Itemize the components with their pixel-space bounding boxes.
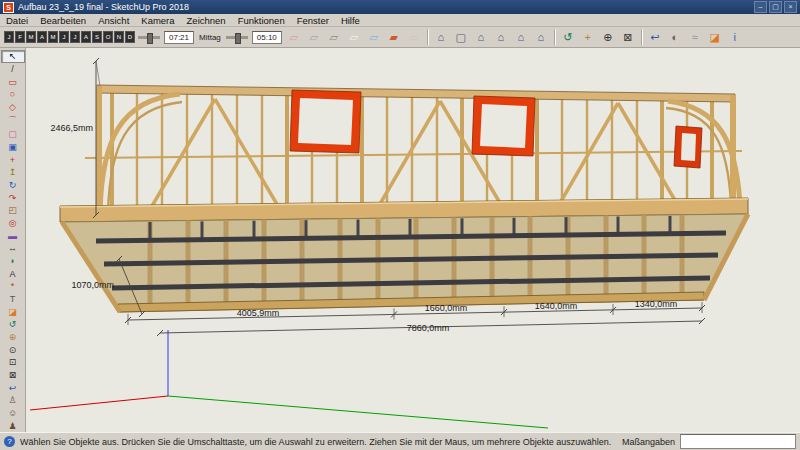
- dim-height-label: 2466,5mm: [50, 123, 93, 133]
- wireframe-icon[interactable]: ▱: [324, 28, 344, 47]
- textured-icon[interactable]: ▰: [384, 28, 404, 47]
- pan-tool-icon[interactable]: ⊕: [1, 331, 25, 344]
- eraser-tool-icon[interactable]: ▢: [1, 128, 25, 141]
- scene-tab-12[interactable]: D: [125, 31, 135, 43]
- right-view-icon[interactable]: ⌂: [491, 28, 511, 47]
- window-title: Aufbau 23_3_19 final - SketchUp Pro 2018: [18, 2, 189, 12]
- maximize-icon[interactable]: ▢: [769, 1, 782, 13]
- shadow-date-slider[interactable]: [226, 36, 248, 39]
- follow-me-tool-icon[interactable]: ↷: [1, 191, 25, 204]
- dimension-tool-icon[interactable]: ↔: [1, 242, 25, 255]
- previous-view-icon[interactable]: ↩: [645, 28, 665, 47]
- skylight-frames[interactable]: [290, 90, 702, 168]
- zoom-icon[interactable]: ⊕: [598, 28, 618, 47]
- scene-tab-4[interactable]: A: [37, 31, 47, 43]
- push-pull-tool-icon[interactable]: ↥: [1, 166, 25, 179]
- scene-tab-8[interactable]: A: [81, 31, 91, 43]
- scene-tab-5[interactable]: M: [48, 31, 58, 43]
- axes-tool-icon[interactable]: *: [1, 280, 25, 293]
- look-around-tool-icon[interactable]: ☺: [1, 407, 25, 420]
- rectangle-tool-icon[interactable]: ▭: [1, 75, 25, 88]
- shadow-time-field[interactable]: 07:21: [164, 31, 194, 44]
- scene-tabs: JFMAMJJASOND: [4, 31, 136, 43]
- zoom-tool-icon[interactable]: ⊙: [1, 343, 25, 356]
- section-plane-tool-icon[interactable]: ◪: [1, 305, 25, 318]
- help-icon[interactable]: ?: [4, 436, 15, 447]
- zoom-extents-icon[interactable]: ⊠: [618, 28, 638, 47]
- menu-funktionen[interactable]: Funktionen: [232, 14, 291, 27]
- fog-icon[interactable]: ≈: [685, 28, 705, 47]
- back-edges-icon[interactable]: ▱: [304, 28, 324, 47]
- back-view-icon[interactable]: ⌂: [511, 28, 531, 47]
- select-tool-icon[interactable]: ↖: [1, 50, 25, 63]
- menu-datei[interactable]: Datei: [0, 14, 34, 27]
- monochrome-icon[interactable]: ▱: [404, 28, 424, 47]
- timber-frame-model[interactable]: [60, 85, 748, 312]
- shadow-date-field[interactable]: 05:10: [252, 31, 282, 44]
- model-info-icon[interactable]: i: [725, 28, 745, 47]
- zoom-window-tool-icon[interactable]: ⊡: [1, 356, 25, 369]
- orbit-tool-icon[interactable]: ↺: [1, 318, 25, 331]
- 3d-text-tool-icon[interactable]: T: [1, 293, 25, 306]
- menu-ansicht[interactable]: Ansicht: [92, 14, 135, 27]
- zoom-extents-tool-icon[interactable]: ⊠: [1, 369, 25, 382]
- model-viewport[interactable]: 2466,5mm 1070,0mm 4005,9mm 1660,0mm 7860…: [26, 48, 800, 432]
- status-bar: ? Wählen Sie Objekte aus. Drücken Sie di…: [0, 432, 800, 450]
- menu-bearbeiten[interactable]: Bearbeiten: [34, 14, 92, 27]
- text-tool-icon[interactable]: A: [1, 267, 25, 280]
- menu-hilfe[interactable]: Hilfe: [335, 14, 366, 27]
- circle-tool-icon[interactable]: ○: [1, 88, 25, 101]
- dim-seg3-label: 1640,0mm: [535, 301, 578, 311]
- scene-tab-9[interactable]: S: [92, 31, 102, 43]
- shadow-time-slider[interactable]: [138, 36, 160, 39]
- scene-tab-3[interactable]: M: [26, 31, 36, 43]
- position-camera-tool-icon[interactable]: ♙: [1, 394, 25, 407]
- left-view-icon[interactable]: ⌂: [531, 28, 551, 47]
- iso-view-icon[interactable]: ⌂: [431, 28, 451, 47]
- scale-tool-icon[interactable]: ◰: [1, 204, 25, 217]
- menu-kamera[interactable]: Kamera: [135, 14, 180, 27]
- scene-tab-1[interactable]: J: [4, 31, 14, 43]
- tape-measure-tool-icon[interactable]: ▬: [1, 229, 25, 242]
- close-icon[interactable]: ×: [784, 1, 797, 13]
- dim-total-label: 7860,0mm: [407, 323, 450, 333]
- minimize-icon[interactable]: –: [754, 1, 767, 13]
- xray-mode-icon[interactable]: ▱: [284, 28, 304, 47]
- offset-tool-icon[interactable]: ◎: [1, 217, 25, 230]
- top-view-icon[interactable]: ▢: [451, 28, 471, 47]
- drawing-axes: [30, 330, 548, 428]
- shadows-icon[interactable]: ◐: [665, 28, 685, 47]
- section-plane-icon[interactable]: ◪: [705, 28, 725, 47]
- arc-tool-icon[interactable]: ⌒: [1, 113, 25, 128]
- shadow-noon-label: Mittag: [199, 33, 221, 42]
- scene-tab-7[interactable]: J: [70, 31, 80, 43]
- move-tool-icon[interactable]: +: [1, 153, 25, 166]
- measurements-input[interactable]: [680, 434, 796, 449]
- menu-zeichnen[interactable]: Zeichnen: [181, 14, 232, 27]
- paint-bucket-tool-icon[interactable]: ▣: [1, 141, 25, 154]
- model-canvas[interactable]: 2466,5mm 1070,0mm 4005,9mm 1660,0mm 7860…: [26, 48, 800, 432]
- polygon-tool-icon[interactable]: ◇: [1, 101, 25, 114]
- scene-tab-10[interactable]: O: [103, 31, 113, 43]
- main-toolbar: JFMAMJJASOND 07:21 Mittag 05:10 ▱▱▱▱▱▰▱⌂…: [0, 27, 800, 48]
- scene-tab-2[interactable]: F: [15, 31, 25, 43]
- scene-tab-11[interactable]: N: [114, 31, 124, 43]
- tool-palette: ↖/▭○◇⌒▢▣+↥↻↷◰◎▬↔◗A*T◪↺⊕⊙⊡⊠↩♙☺♟: [0, 48, 26, 432]
- dim-offset-label: 1070,0mm: [71, 280, 114, 290]
- measurements-label: Maßangaben: [622, 437, 675, 447]
- protractor-tool-icon[interactable]: ◗: [1, 255, 25, 268]
- dim-seg2-label: 1660,0mm: [425, 303, 468, 313]
- menu-fenster[interactable]: Fenster: [291, 14, 335, 27]
- scene-tab-6[interactable]: J: [59, 31, 69, 43]
- shaded-icon[interactable]: ▱: [364, 28, 384, 47]
- dim-seg1-label: 4005,9mm: [237, 308, 280, 318]
- previous-view-tool-icon[interactable]: ↩: [1, 381, 25, 394]
- walk-tool-icon[interactable]: ♟: [1, 419, 25, 432]
- front-view-icon[interactable]: ⌂: [471, 28, 491, 47]
- status-hint: Wählen Sie Objekte aus. Drücken Sie die …: [20, 437, 617, 447]
- line-tool-icon[interactable]: /: [1, 63, 25, 76]
- hidden-line-icon[interactable]: ▱: [344, 28, 364, 47]
- pan-icon[interactable]: +: [578, 28, 598, 47]
- rotate-tool-icon[interactable]: ↻: [1, 179, 25, 192]
- orbit-icon[interactable]: ↺: [558, 28, 578, 47]
